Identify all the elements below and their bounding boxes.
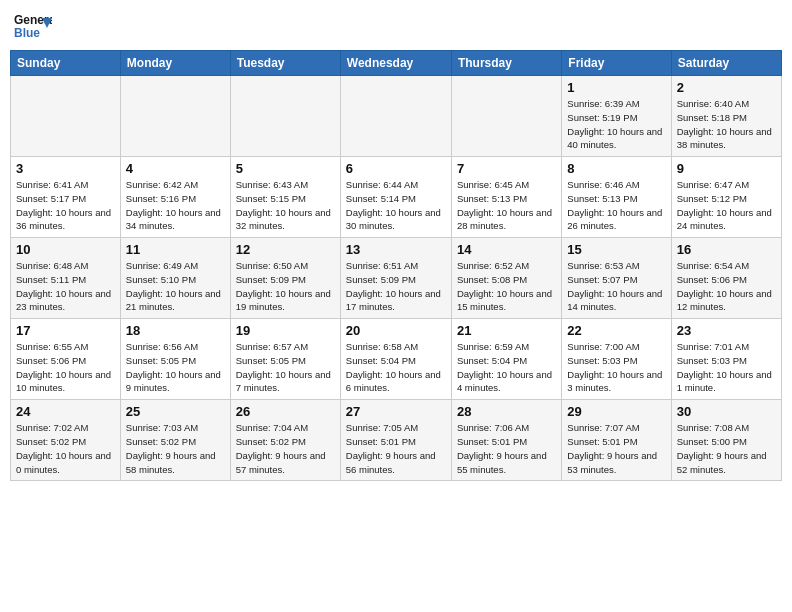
weekday-header: Friday — [562, 51, 671, 76]
calendar-cell: 19Sunrise: 6:57 AM Sunset: 5:05 PM Dayli… — [230, 319, 340, 400]
day-number: 28 — [457, 404, 556, 419]
calendar-cell: 16Sunrise: 6:54 AM Sunset: 5:06 PM Dayli… — [671, 238, 781, 319]
day-number: 12 — [236, 242, 335, 257]
calendar-header-row: SundayMondayTuesdayWednesdayThursdayFrid… — [11, 51, 782, 76]
day-info: Sunrise: 6:53 AM Sunset: 5:07 PM Dayligh… — [567, 259, 665, 314]
weekday-header: Wednesday — [340, 51, 451, 76]
day-number: 27 — [346, 404, 446, 419]
day-number: 25 — [126, 404, 225, 419]
day-info: Sunrise: 6:48 AM Sunset: 5:11 PM Dayligh… — [16, 259, 115, 314]
day-number: 6 — [346, 161, 446, 176]
logo-icon: General Blue — [14, 10, 52, 42]
day-info: Sunrise: 6:47 AM Sunset: 5:12 PM Dayligh… — [677, 178, 776, 233]
calendar-cell: 13Sunrise: 6:51 AM Sunset: 5:09 PM Dayli… — [340, 238, 451, 319]
day-info: Sunrise: 6:40 AM Sunset: 5:18 PM Dayligh… — [677, 97, 776, 152]
day-number: 3 — [16, 161, 115, 176]
day-info: Sunrise: 7:06 AM Sunset: 5:01 PM Dayligh… — [457, 421, 556, 476]
day-info: Sunrise: 6:58 AM Sunset: 5:04 PM Dayligh… — [346, 340, 446, 395]
calendar-cell: 30Sunrise: 7:08 AM Sunset: 5:00 PM Dayli… — [671, 400, 781, 481]
calendar-cell: 11Sunrise: 6:49 AM Sunset: 5:10 PM Dayli… — [120, 238, 230, 319]
day-info: Sunrise: 6:41 AM Sunset: 5:17 PM Dayligh… — [16, 178, 115, 233]
day-info: Sunrise: 7:02 AM Sunset: 5:02 PM Dayligh… — [16, 421, 115, 476]
day-number: 24 — [16, 404, 115, 419]
day-info: Sunrise: 6:42 AM Sunset: 5:16 PM Dayligh… — [126, 178, 225, 233]
weekday-header: Sunday — [11, 51, 121, 76]
day-number: 2 — [677, 80, 776, 95]
calendar-cell — [11, 76, 121, 157]
day-number: 1 — [567, 80, 665, 95]
day-info: Sunrise: 7:08 AM Sunset: 5:00 PM Dayligh… — [677, 421, 776, 476]
day-info: Sunrise: 7:01 AM Sunset: 5:03 PM Dayligh… — [677, 340, 776, 395]
day-info: Sunrise: 6:59 AM Sunset: 5:04 PM Dayligh… — [457, 340, 556, 395]
calendar-cell: 8Sunrise: 6:46 AM Sunset: 5:13 PM Daylig… — [562, 157, 671, 238]
day-number: 21 — [457, 323, 556, 338]
weekday-header: Tuesday — [230, 51, 340, 76]
calendar-cell — [451, 76, 561, 157]
calendar-cell: 23Sunrise: 7:01 AM Sunset: 5:03 PM Dayli… — [671, 319, 781, 400]
calendar-week-row: 24Sunrise: 7:02 AM Sunset: 5:02 PM Dayli… — [11, 400, 782, 481]
calendar-cell: 9Sunrise: 6:47 AM Sunset: 5:12 PM Daylig… — [671, 157, 781, 238]
day-number: 16 — [677, 242, 776, 257]
day-number: 11 — [126, 242, 225, 257]
day-number: 9 — [677, 161, 776, 176]
calendar-cell: 17Sunrise: 6:55 AM Sunset: 5:06 PM Dayli… — [11, 319, 121, 400]
calendar-cell — [230, 76, 340, 157]
logo: General Blue — [14, 10, 52, 42]
calendar-cell: 3Sunrise: 6:41 AM Sunset: 5:17 PM Daylig… — [11, 157, 121, 238]
calendar-cell: 10Sunrise: 6:48 AM Sunset: 5:11 PM Dayli… — [11, 238, 121, 319]
day-number: 10 — [16, 242, 115, 257]
day-number: 20 — [346, 323, 446, 338]
calendar-cell: 7Sunrise: 6:45 AM Sunset: 5:13 PM Daylig… — [451, 157, 561, 238]
calendar-cell: 18Sunrise: 6:56 AM Sunset: 5:05 PM Dayli… — [120, 319, 230, 400]
svg-text:Blue: Blue — [14, 26, 40, 40]
calendar-cell: 5Sunrise: 6:43 AM Sunset: 5:15 PM Daylig… — [230, 157, 340, 238]
day-info: Sunrise: 6:49 AM Sunset: 5:10 PM Dayligh… — [126, 259, 225, 314]
calendar-cell: 28Sunrise: 7:06 AM Sunset: 5:01 PM Dayli… — [451, 400, 561, 481]
weekday-header: Thursday — [451, 51, 561, 76]
calendar-cell: 22Sunrise: 7:00 AM Sunset: 5:03 PM Dayli… — [562, 319, 671, 400]
day-info: Sunrise: 6:46 AM Sunset: 5:13 PM Dayligh… — [567, 178, 665, 233]
day-number: 23 — [677, 323, 776, 338]
day-number: 22 — [567, 323, 665, 338]
calendar-week-row: 1Sunrise: 6:39 AM Sunset: 5:19 PM Daylig… — [11, 76, 782, 157]
day-info: Sunrise: 6:54 AM Sunset: 5:06 PM Dayligh… — [677, 259, 776, 314]
calendar-table: SundayMondayTuesdayWednesdayThursdayFrid… — [10, 50, 782, 481]
calendar-cell — [340, 76, 451, 157]
day-info: Sunrise: 7:07 AM Sunset: 5:01 PM Dayligh… — [567, 421, 665, 476]
weekday-header: Monday — [120, 51, 230, 76]
calendar-cell: 27Sunrise: 7:05 AM Sunset: 5:01 PM Dayli… — [340, 400, 451, 481]
weekday-header: Saturday — [671, 51, 781, 76]
day-number: 15 — [567, 242, 665, 257]
calendar-cell: 2Sunrise: 6:40 AM Sunset: 5:18 PM Daylig… — [671, 76, 781, 157]
day-info: Sunrise: 6:55 AM Sunset: 5:06 PM Dayligh… — [16, 340, 115, 395]
day-info: Sunrise: 6:43 AM Sunset: 5:15 PM Dayligh… — [236, 178, 335, 233]
day-info: Sunrise: 7:04 AM Sunset: 5:02 PM Dayligh… — [236, 421, 335, 476]
day-info: Sunrise: 7:00 AM Sunset: 5:03 PM Dayligh… — [567, 340, 665, 395]
calendar-cell: 1Sunrise: 6:39 AM Sunset: 5:19 PM Daylig… — [562, 76, 671, 157]
calendar-cell: 20Sunrise: 6:58 AM Sunset: 5:04 PM Dayli… — [340, 319, 451, 400]
day-info: Sunrise: 6:44 AM Sunset: 5:14 PM Dayligh… — [346, 178, 446, 233]
day-info: Sunrise: 6:56 AM Sunset: 5:05 PM Dayligh… — [126, 340, 225, 395]
day-number: 14 — [457, 242, 556, 257]
calendar-week-row: 17Sunrise: 6:55 AM Sunset: 5:06 PM Dayli… — [11, 319, 782, 400]
day-number: 8 — [567, 161, 665, 176]
day-number: 18 — [126, 323, 225, 338]
calendar-week-row: 3Sunrise: 6:41 AM Sunset: 5:17 PM Daylig… — [11, 157, 782, 238]
day-number: 4 — [126, 161, 225, 176]
day-info: Sunrise: 6:52 AM Sunset: 5:08 PM Dayligh… — [457, 259, 556, 314]
day-number: 13 — [346, 242, 446, 257]
day-info: Sunrise: 7:03 AM Sunset: 5:02 PM Dayligh… — [126, 421, 225, 476]
day-number: 29 — [567, 404, 665, 419]
day-info: Sunrise: 6:57 AM Sunset: 5:05 PM Dayligh… — [236, 340, 335, 395]
day-number: 19 — [236, 323, 335, 338]
calendar-cell: 25Sunrise: 7:03 AM Sunset: 5:02 PM Dayli… — [120, 400, 230, 481]
day-number: 7 — [457, 161, 556, 176]
day-number: 17 — [16, 323, 115, 338]
calendar-cell — [120, 76, 230, 157]
day-number: 30 — [677, 404, 776, 419]
day-info: Sunrise: 7:05 AM Sunset: 5:01 PM Dayligh… — [346, 421, 446, 476]
calendar-cell: 21Sunrise: 6:59 AM Sunset: 5:04 PM Dayli… — [451, 319, 561, 400]
calendar-cell: 26Sunrise: 7:04 AM Sunset: 5:02 PM Dayli… — [230, 400, 340, 481]
day-number: 5 — [236, 161, 335, 176]
calendar-cell: 29Sunrise: 7:07 AM Sunset: 5:01 PM Dayli… — [562, 400, 671, 481]
